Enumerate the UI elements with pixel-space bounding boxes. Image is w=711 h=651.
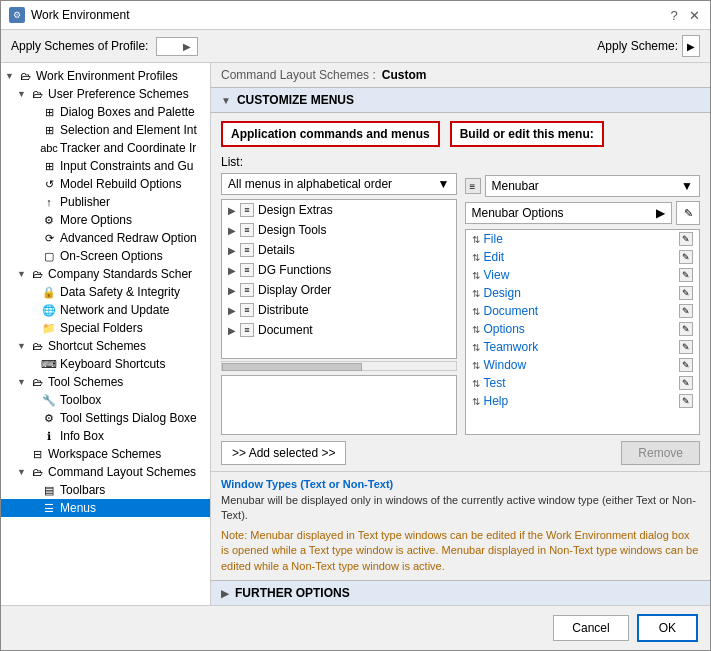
tree-item-user-pref-schemes[interactable]: ▼🗁User Preference Schemes	[1, 85, 210, 103]
reorder-arrows-icon: ⇅	[472, 306, 480, 317]
menu-list-item[interactable]: ▶≡Design Extras	[222, 200, 456, 220]
folder-icon: 🗁	[29, 465, 45, 479]
tree-item-advanced-redraw[interactable]: ⟳Advanced Redraw Option	[1, 229, 210, 247]
tree-item-company-standards[interactable]: ▼🗁Company Standards Scher	[1, 265, 210, 283]
tree-item-on-screen-options[interactable]: ▢On-Screen Options	[1, 247, 210, 265]
tree-item-keyboard-shortcuts[interactable]: ⌨Keyboard Shortcuts	[1, 355, 210, 373]
reorder-arrows-icon: ⇅	[472, 396, 480, 407]
tree-item-toolbox[interactable]: 🔧Toolbox	[1, 391, 210, 409]
menubar-item-label: Teamwork	[484, 340, 676, 354]
section-toggle-icon[interactable]: ▼	[221, 95, 231, 106]
tree-item-more-options[interactable]: ⚙More Options	[1, 211, 210, 229]
further-options-header[interactable]: ▶ FURTHER OPTIONS	[211, 580, 710, 605]
menu-list-panel: List: All menus in alphabetical order ▼ …	[221, 155, 457, 435]
tree-item-command-layout-schemes[interactable]: ▼🗁Command Layout Schemes	[1, 463, 210, 481]
profiles-dropdown[interactable]: ▶	[156, 37, 198, 56]
tree-label-special-folders: Special Folders	[60, 321, 143, 335]
edit-icon-button[interactable]: ✎	[676, 201, 700, 225]
menubar-icon: ≡	[465, 178, 481, 194]
tree-item-network-update[interactable]: 🌐Network and Update	[1, 301, 210, 319]
tree-expand-command-layout-schemes: ▼	[17, 467, 29, 477]
tree-item-work-env-profiles[interactable]: ▼🗁Work Environment Profiles	[1, 67, 210, 85]
folder-icon: 🗁	[29, 87, 45, 101]
menu-list-item[interactable]: ▶≡Display Order	[222, 280, 456, 300]
edit-item-icon: ✎	[679, 394, 693, 408]
build-edit-box[interactable]: Build or edit this menu:	[450, 121, 604, 147]
menu-item-label: Document	[258, 323, 313, 337]
bottom-bar: Cancel OK	[1, 605, 710, 650]
menu-item-label: Design Extras	[258, 203, 333, 217]
menubar-edit-item[interactable]: ⇅Document✎	[466, 302, 700, 320]
reorder-arrows-icon: ⇅	[472, 288, 480, 299]
expand-arrow-icon: ▶	[228, 245, 236, 256]
help-button[interactable]: ?	[666, 7, 682, 23]
tree-label-info-box: Info Box	[60, 429, 104, 443]
ok-button[interactable]: OK	[637, 614, 698, 642]
apply-scheme-button[interactable]: ▶	[682, 35, 700, 57]
menu-item-icon: ≡	[240, 263, 254, 277]
menu-list-item[interactable]: ▶≡Distribute	[222, 300, 456, 320]
tree-item-tracker-coord[interactable]: abcTracker and Coordinate Ir	[1, 139, 210, 157]
edit-item-icon: ✎	[679, 304, 693, 318]
add-selected-button[interactable]: >> Add selected >>	[221, 441, 346, 465]
menu-items-box[interactable]: ⇅File✎⇅Edit✎⇅View✎⇅Design✎⇅Document✎⇅Opt…	[465, 229, 701, 435]
tree-item-info-box[interactable]: ℹInfo Box	[1, 427, 210, 445]
menu-list-box[interactable]: ▶≡Design Extras▶≡Design Tools▶≡Details▶≡…	[221, 199, 457, 359]
menubar-edit-item[interactable]: ⇅Edit✎	[466, 248, 700, 266]
remove-button[interactable]: Remove	[621, 441, 700, 465]
tree-item-menus[interactable]: ☰Menus	[1, 499, 210, 517]
menu-list-item[interactable]: ▶≡DG Functions	[222, 260, 456, 280]
menubar-options-button[interactable]: Menubar Options ▶	[465, 202, 673, 224]
network-icon: 🌐	[41, 303, 57, 317]
expand-arrow-icon: ▶	[228, 325, 236, 336]
menubar-edit-item[interactable]: ⇅Window✎	[466, 356, 700, 374]
menu-list-item[interactable]: ▶≡Document	[222, 320, 456, 340]
menubar-edit-item[interactable]: ⇅File✎	[466, 230, 700, 248]
app-commands-box[interactable]: Application commands and menus	[221, 121, 440, 147]
build-edit-label: Build or edit this menu:	[460, 127, 594, 141]
tree-expand-user-pref-schemes: ▼	[17, 89, 29, 99]
list-dropdown[interactable]: All menus in alphabetical order ▼	[221, 173, 457, 195]
right-top-bar: Command Layout Schemes : Custom	[211, 63, 710, 87]
cancel-button[interactable]: Cancel	[553, 615, 628, 641]
close-button[interactable]: ✕	[686, 7, 702, 23]
menu-list-item[interactable]: ▶≡Details	[222, 240, 456, 260]
menubar-edit-item[interactable]: ⇅View✎	[466, 266, 700, 284]
horiz-scrollbar[interactable]	[221, 361, 457, 371]
options-icon: ⚙	[41, 213, 57, 227]
folder-icon: 🗁	[17, 69, 33, 83]
info-note: Note: Menubar displayed in Text type win…	[221, 528, 700, 574]
tree-item-tool-schemes[interactable]: ▼🗁Tool Schemes	[1, 373, 210, 391]
menubar-edit-item[interactable]: ⇅Test✎	[466, 374, 700, 392]
tree-item-toolbars[interactable]: ▤Toolbars	[1, 481, 210, 499]
menubar-edit-item[interactable]: ⇅Help✎	[466, 392, 700, 410]
tree-item-tool-settings[interactable]: ⚙Tool Settings Dialog Boxe	[1, 409, 210, 427]
menubar-item-label: Window	[484, 358, 676, 372]
menu-item-icon: ≡	[240, 323, 254, 337]
menubar-dropdown[interactable]: Menubar ▼	[485, 175, 701, 197]
tree-item-publisher[interactable]: ↑Publisher	[1, 193, 210, 211]
edit-item-icon: ✎	[679, 250, 693, 264]
tool-settings-icon: ⚙	[41, 411, 57, 425]
menubar-edit-item[interactable]: ⇅Design✎	[466, 284, 700, 302]
tree-item-shortcut-schemes[interactable]: ▼🗁Shortcut Schemes	[1, 337, 210, 355]
menubar-dropdown-arrow: ▼	[681, 179, 693, 193]
info-body: Menubar will be displayed only in window…	[221, 493, 700, 524]
tree-item-data-safety[interactable]: 🔒Data Safety & Integrity	[1, 283, 210, 301]
menubar-edit-item[interactable]: ⇅Options✎	[466, 320, 700, 338]
tree-item-workspace-schemes[interactable]: ⊟Workspace Schemes	[1, 445, 210, 463]
tree-item-special-folders[interactable]: 📁Special Folders	[1, 319, 210, 337]
tree-label-tracker-coord: Tracker and Coordinate Ir	[60, 141, 196, 155]
tree-item-selection-element[interactable]: ⊞Selection and Element Int	[1, 121, 210, 139]
customize-section-title: CUSTOMIZE MENUS	[237, 93, 354, 107]
tree-item-input-constraints[interactable]: ⊞Input Constraints and Gu	[1, 157, 210, 175]
tree-item-dialog-boxes[interactable]: ⊞Dialog Boxes and Palette	[1, 103, 210, 121]
menubar-edit-item[interactable]: ⇅Teamwork✎	[466, 338, 700, 356]
menubar-options-row: Menubar Options ▶ ✎	[465, 201, 701, 225]
menu-item-label: DG Functions	[258, 263, 331, 277]
folder-icon: 🗁	[29, 339, 45, 353]
reorder-arrows-icon: ⇅	[472, 360, 480, 371]
menu-list-item[interactable]: ▶≡Design Tools	[222, 220, 456, 240]
expand-arrow-icon: ▶	[228, 305, 236, 316]
tree-item-model-rebuild[interactable]: ↺Model Rebuild Options	[1, 175, 210, 193]
